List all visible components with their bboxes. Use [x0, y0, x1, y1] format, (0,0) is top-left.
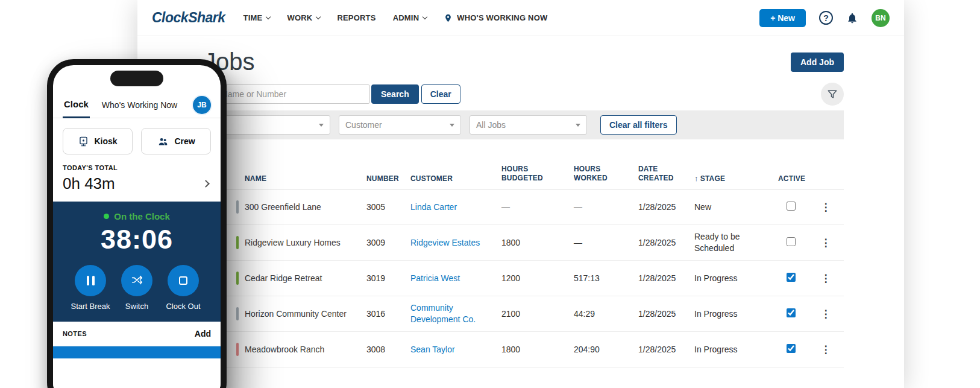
todays-total-value: 0h 43m: [63, 174, 115, 193]
todays-total-row[interactable]: 0h 43m: [63, 171, 211, 202]
customer-filter-select[interactable]: Customer: [339, 115, 461, 135]
active-cell: [778, 344, 820, 355]
stage-cell: In Progress: [694, 344, 778, 355]
notes-section: NOTES Add: [53, 322, 221, 346]
notes-add-link[interactable]: Add: [195, 329, 211, 339]
start-break-button[interactable]: Start Break: [68, 265, 113, 311]
jobs-table: NAME NUMBER CUSTOMER HOURS BUDGETED HOUR…: [204, 156, 844, 367]
nav-item-reports[interactable]: REPORTS: [337, 13, 375, 22]
customer-link[interactable]: Linda Carter: [410, 202, 457, 212]
kiosk-icon: [78, 136, 89, 147]
customer-cell: Linda Carter: [410, 202, 501, 213]
customer-link[interactable]: Patricia West: [410, 273, 460, 283]
bottom-blue-bar: [53, 346, 221, 358]
column-header-hours-worked[interactable]: HOURS WORKED: [574, 165, 638, 183]
hours-worked-cell: 204:90: [574, 345, 638, 354]
customer-link[interactable]: Community Development Co.: [410, 303, 476, 324]
job-name-cell: Horizon Community Center: [204, 309, 366, 319]
stage-color-bar: [236, 200, 239, 214]
clock-status-label: On the Clock: [114, 211, 170, 221]
column-header-stage[interactable]: ↑STAGE: [694, 174, 778, 183]
active-checkbox[interactable]: [787, 344, 796, 353]
job-name: Meadowbrook Ranch: [245, 345, 324, 354]
notifications-bell-icon[interactable]: [846, 11, 858, 25]
clear-all-filters-button[interactable]: Clear all filters: [600, 115, 677, 135]
crew-button[interactable]: Crew: [141, 128, 211, 154]
customer-cell: Patricia West: [410, 273, 501, 284]
row-menu-button[interactable]: ⋮: [820, 272, 832, 285]
nav-item-time[interactable]: TIME: [243, 13, 271, 22]
hours-budgeted-cell: 1800: [501, 238, 574, 247]
clock-out-button[interactable]: Clock Out: [160, 265, 206, 311]
job-name: Cedar Ridge Retreat: [245, 273, 322, 283]
nav-item-work[interactable]: WORK: [287, 13, 320, 22]
column-header-active[interactable]: ACTIVE: [778, 174, 820, 183]
active-checkbox[interactable]: [787, 237, 796, 246]
job-name: 300 Greenfield Lane: [245, 202, 321, 212]
nav-item-admin[interactable]: ADMIN: [393, 13, 427, 22]
nav-item-label: TIME: [243, 13, 263, 22]
screen-filler: [53, 358, 221, 388]
todays-total-section: TODAY'S TOTAL 0h 43m: [53, 164, 221, 202]
customer-link[interactable]: Ridgeview Estates: [410, 238, 480, 247]
job-number-cell: 3009: [366, 238, 410, 247]
job-name-cell: Cedar Ridge Retreat: [204, 273, 366, 283]
user-avatar[interactable]: BN: [872, 9, 890, 27]
column-header-customer[interactable]: CUSTOMER: [410, 174, 501, 183]
phone-user-avatar[interactable]: JB: [193, 96, 211, 114]
clock-out-label: Clock Out: [166, 302, 200, 311]
active-checkbox[interactable]: [787, 273, 796, 282]
chevron-down-icon: [576, 124, 580, 127]
date-created-cell: 1/28/2025: [638, 273, 694, 283]
row-menu-button[interactable]: ⋮: [820, 343, 832, 356]
active-cell: [778, 308, 820, 319]
filter-toggle-button[interactable]: [821, 83, 844, 106]
clock-actions: Start Break Switch: [61, 265, 212, 311]
new-button[interactable]: + New: [759, 9, 806, 27]
job-number-cell: 3008: [366, 345, 410, 354]
stage-color-bar: [236, 343, 239, 356]
help-icon[interactable]: ?: [819, 11, 833, 25]
job-name: Ridgeview Luxury Homes: [245, 238, 341, 247]
jobs-page: Jobs Add Job Search Clear: [137, 48, 904, 106]
hours-worked-cell: —: [574, 238, 638, 247]
stop-icon: [168, 265, 199, 296]
todays-total-label: TODAY'S TOTAL: [63, 164, 211, 171]
kiosk-button[interactable]: Kiosk: [63, 128, 133, 154]
table-row: Ridgeview Luxury Homes 3009 Ridgeview Es…: [204, 225, 844, 261]
tab-clock[interactable]: Clock: [63, 92, 90, 118]
column-header-date-created[interactable]: DATE CREATED: [638, 165, 694, 183]
row-menu-button[interactable]: ⋮: [820, 201, 832, 214]
row-menu-button[interactable]: ⋮: [820, 308, 832, 320]
search-button[interactable]: Search: [371, 84, 419, 104]
column-header-label: HOURS WORKED: [574, 165, 616, 183]
nav-item-whos-working-now[interactable]: WHO'S WORKING NOW: [444, 13, 547, 24]
search-input[interactable]: [204, 84, 370, 104]
active-checkbox[interactable]: [787, 308, 796, 317]
table-row: Horizon Community Center 3016 Community …: [204, 296, 844, 332]
column-header-name[interactable]: NAME: [204, 174, 366, 183]
stage-cell: Ready to be Scheduled: [694, 231, 778, 254]
stage-filter-select[interactable]: [216, 115, 330, 135]
active-checkbox[interactable]: [787, 202, 796, 211]
row-menu-button[interactable]: ⋮: [820, 237, 832, 249]
hours-worked-cell: —: [574, 202, 638, 212]
jobs-filter-value: All Jobs: [476, 120, 506, 130]
jobs-filter-select[interactable]: All Jobs: [470, 115, 587, 135]
clock-panel: On the Clock 38:06 Start Break: [53, 202, 221, 322]
customer-link[interactable]: Sean Taylor: [410, 345, 455, 354]
chevron-down-icon: [450, 124, 454, 127]
column-header-hours-budgeted[interactable]: HOURS BUDGETED: [501, 165, 574, 183]
tab-whos-working-now[interactable]: Who's Working Now: [102, 100, 177, 110]
customer-filter-value: Customer: [345, 120, 382, 130]
switch-button[interactable]: Switch: [114, 265, 160, 311]
crew-button-label: Crew: [174, 136, 195, 146]
active-cell: [778, 202, 820, 212]
add-job-button[interactable]: Add Job: [791, 52, 844, 72]
nav-right-group: + New ? BN: [759, 9, 890, 27]
app-window: ClockShark TIME WORK REPORTS ADMIN: [137, 0, 904, 388]
clear-search-button[interactable]: Clear: [421, 84, 460, 104]
customer-cell: Ridgeview Estates: [410, 237, 501, 249]
hours-budgeted-cell: 2100: [501, 309, 574, 319]
column-header-number[interactable]: NUMBER: [366, 174, 410, 183]
